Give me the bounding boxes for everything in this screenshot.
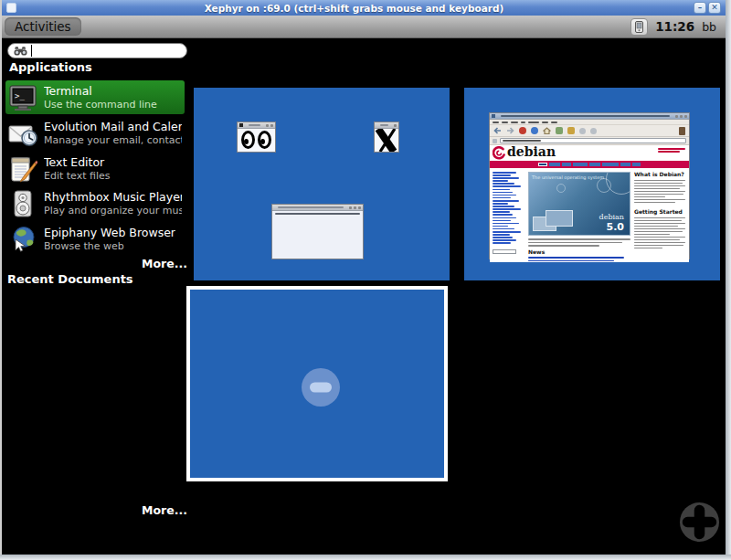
user-name[interactable]: bb (702, 20, 716, 34)
xlogo-titlebar (375, 122, 398, 129)
xlogo-window[interactable] (374, 122, 399, 153)
sidebar-link-line (493, 231, 521, 233)
window-frame-right (726, 0, 731, 560)
what-is-debian-text (634, 180, 685, 205)
xeyes-right-eye (258, 131, 271, 149)
xeyes-window[interactable] (237, 122, 276, 153)
news-heading: News (528, 249, 545, 256)
sidebar-link-line (493, 220, 511, 222)
app-description: Browse the web (44, 240, 175, 252)
xeyes-left-eye (241, 131, 255, 149)
sidebar-link-line (493, 197, 511, 199)
app-item-evolution[interactable]: Evolution Mail and Calendar Manage your … (5, 116, 185, 150)
app-name: Evolution Mail and Calendar (44, 120, 182, 134)
evolution-mail-icon (8, 119, 37, 148)
paragraph-line (634, 223, 685, 224)
browser-titlebar (490, 113, 689, 120)
window-frame-bottom (0, 555, 731, 560)
sidebar-link-line (493, 200, 519, 202)
paragraph-line (634, 188, 680, 189)
device-icon (634, 21, 644, 33)
throbber-icon (679, 127, 685, 135)
paragraph-line (634, 239, 680, 240)
search-input[interactable] (31, 45, 181, 57)
paragraph-line (634, 194, 683, 195)
workspace-thumbnail-1[interactable] (194, 88, 450, 280)
app-description: Edit text files (44, 170, 111, 182)
paragraph-line (634, 183, 683, 184)
forward-icon (506, 127, 514, 134)
xephyr-window: Xephyr on :69.0 (ctrl+shift grabs mouse … (0, 0, 731, 560)
app-name: Terminal (44, 84, 157, 99)
sidebar-link-line (493, 206, 514, 207)
paragraph-line (634, 202, 675, 203)
getting-started-text (634, 217, 685, 250)
sidebar-link-line (493, 208, 521, 210)
what-is-debian-heading: What is Debian? (634, 172, 684, 178)
paragraph-line (634, 196, 665, 197)
recent-documents-more-link[interactable]: More... (7, 503, 187, 517)
terminal-prompt-line (275, 213, 360, 215)
window-menu-icon[interactable] (6, 3, 16, 13)
x-logo-icon (375, 129, 398, 152)
window-title: Xephyr on :69.0 (ctrl+shift grabs mouse … (16, 3, 692, 14)
activities-button[interactable]: Activities (5, 17, 81, 36)
nav-pill (549, 163, 560, 166)
rhythmbox-icon (8, 189, 37, 218)
sidebar-link-line (493, 223, 519, 225)
paragraph-line (634, 226, 678, 227)
app-description: Play and organize your music ... (44, 205, 182, 217)
debian-search-input (493, 249, 516, 254)
history-icon (556, 127, 563, 134)
browser-addressbar (490, 137, 689, 144)
debian-banner: The universal operating system debian 5.… (528, 172, 630, 236)
app-name: Rhythmbox Music Player (44, 190, 182, 205)
paragraph-line (634, 234, 670, 235)
window-titlebar: Xephyr on :69.0 (ctrl+shift grabs mouse … (2, 0, 726, 16)
tray-button[interactable] (630, 18, 648, 36)
banner-brand: debian (599, 213, 624, 221)
nav-pill (562, 163, 571, 166)
close-button[interactable]: ✕ (708, 2, 721, 14)
paragraph-line (528, 238, 630, 240)
search-box[interactable] (7, 43, 187, 58)
app-item-epiphany[interactable]: Epiphany Web Browser Browse the web (5, 222, 185, 256)
home-icon (543, 127, 551, 134)
paragraph-line (634, 242, 685, 243)
zoom-out-icon (579, 128, 586, 134)
clock[interactable]: 11:26 (655, 19, 694, 34)
sidebar-link-line (493, 203, 508, 205)
app-item-text-editor[interactable]: Text Editor Edit text files (5, 152, 185, 185)
sidebar-link-line (493, 195, 516, 196)
sidebar-link-line (493, 237, 513, 238)
paragraph-line (634, 231, 683, 232)
workspace-thumbnail-2[interactable]: debian The universal (464, 88, 720, 280)
news-links (528, 257, 629, 262)
paragraph-line (528, 245, 599, 247)
minimize-button[interactable]: – (694, 2, 706, 14)
app-item-terminal[interactable]: >_ Terminal Use the command line (5, 80, 185, 114)
app-item-rhythmbox[interactable]: Rhythmbox Music Player Play and organize… (5, 186, 185, 220)
sidebar-link-line (493, 189, 510, 191)
header-link-line (658, 148, 685, 150)
app-name: Text Editor (44, 155, 111, 170)
banner-caption: The universal operating system (532, 174, 604, 180)
remove-workspace-button[interactable] (301, 367, 341, 407)
applications-more-link[interactable]: More... (7, 257, 187, 270)
debian-paragraph-lines (528, 238, 630, 248)
stop-icon (519, 127, 526, 134)
app-name: Epiphany Web Browser (44, 226, 175, 240)
browser-window[interactable]: debian The universal (489, 112, 690, 259)
sidebar-link-line (493, 217, 516, 219)
sidebar-link-line (493, 234, 510, 236)
debian-webpage: debian The universal (490, 144, 689, 262)
terminal-window[interactable] (271, 204, 364, 259)
nav-pill (632, 163, 641, 166)
paragraph-line (634, 191, 685, 192)
sidebar-link-line (493, 172, 516, 174)
sidebar-link-line (493, 242, 511, 244)
nav-pill (589, 163, 600, 166)
paragraph-line (634, 217, 685, 218)
add-workspace-button[interactable] (679, 502, 720, 543)
reload-icon (531, 127, 538, 134)
